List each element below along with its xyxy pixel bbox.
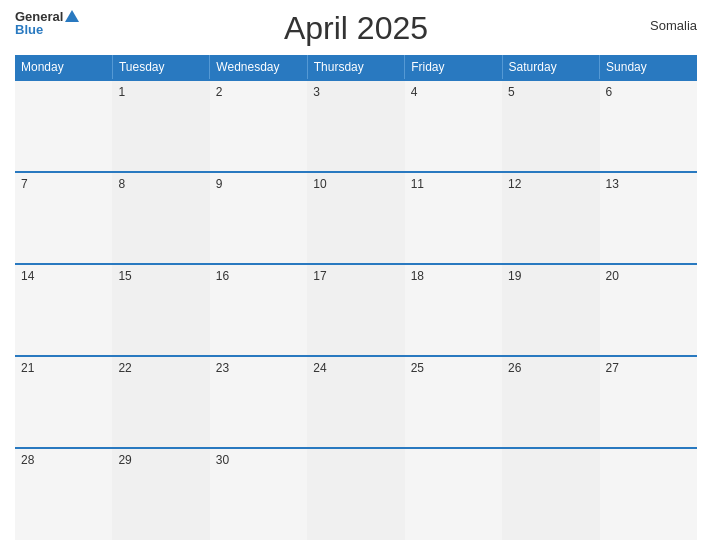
calendar-day-cell: 17: [307, 264, 404, 356]
day-number: 30: [216, 453, 229, 467]
calendar-day-cell: 20: [600, 264, 697, 356]
calendar-day-cell: 30: [210, 448, 307, 540]
calendar-day-cell: 1: [112, 80, 209, 172]
page-title: April 2025: [284, 10, 428, 47]
calendar-day-cell: [502, 448, 599, 540]
calendar-day-cell: 16: [210, 264, 307, 356]
calendar-week-row: 21222324252627: [15, 356, 697, 448]
header-tuesday: Tuesday: [112, 55, 209, 80]
header-sunday: Sunday: [600, 55, 697, 80]
weekday-header-row: Monday Tuesday Wednesday Thursday Friday…: [15, 55, 697, 80]
calendar-day-cell: 3: [307, 80, 404, 172]
day-number: 16: [216, 269, 229, 283]
day-number: 11: [411, 177, 424, 191]
day-number: 1: [118, 85, 125, 99]
day-number: 6: [606, 85, 613, 99]
day-number: 5: [508, 85, 515, 99]
calendar-day-cell: 6: [600, 80, 697, 172]
day-number: 3: [313, 85, 320, 99]
calendar-day-cell: 14: [15, 264, 112, 356]
day-number: 22: [118, 361, 131, 375]
calendar-day-cell: 21: [15, 356, 112, 448]
day-number: 25: [411, 361, 424, 375]
day-number: 21: [21, 361, 34, 375]
calendar-day-cell: 26: [502, 356, 599, 448]
calendar-day-cell: 25: [405, 356, 502, 448]
calendar-week-row: 123456: [15, 80, 697, 172]
calendar-table: Monday Tuesday Wednesday Thursday Friday…: [15, 55, 697, 540]
calendar-day-cell: [600, 448, 697, 540]
day-number: 18: [411, 269, 424, 283]
calendar-day-cell: 22: [112, 356, 209, 448]
calendar-day-cell: 13: [600, 172, 697, 264]
calendar-day-cell: [405, 448, 502, 540]
day-number: 4: [411, 85, 418, 99]
calendar-week-row: 78910111213: [15, 172, 697, 264]
header-saturday: Saturday: [502, 55, 599, 80]
calendar-day-cell: 24: [307, 356, 404, 448]
calendar-day-cell: 28: [15, 448, 112, 540]
header-wednesday: Wednesday: [210, 55, 307, 80]
calendar-week-row: 282930: [15, 448, 697, 540]
header-friday: Friday: [405, 55, 502, 80]
day-number: 20: [606, 269, 619, 283]
calendar-day-cell: 15: [112, 264, 209, 356]
calendar-day-cell: 23: [210, 356, 307, 448]
calendar-day-cell: 8: [112, 172, 209, 264]
day-number: 29: [118, 453, 131, 467]
calendar-day-cell: 29: [112, 448, 209, 540]
day-number: 14: [21, 269, 34, 283]
calendar-day-cell: 11: [405, 172, 502, 264]
day-number: 28: [21, 453, 34, 467]
day-number: 7: [21, 177, 28, 191]
logo-triangle-icon: [65, 10, 79, 22]
day-number: 9: [216, 177, 223, 191]
calendar-day-cell: 2: [210, 80, 307, 172]
day-number: 26: [508, 361, 521, 375]
calendar-week-row: 14151617181920: [15, 264, 697, 356]
logo-blue-text: Blue: [15, 23, 79, 36]
calendar-day-cell: 7: [15, 172, 112, 264]
calendar-day-cell: 4: [405, 80, 502, 172]
calendar-day-cell: 19: [502, 264, 599, 356]
day-number: 19: [508, 269, 521, 283]
day-number: 8: [118, 177, 125, 191]
day-number: 27: [606, 361, 619, 375]
header-monday: Monday: [15, 55, 112, 80]
day-number: 13: [606, 177, 619, 191]
calendar-day-cell: [307, 448, 404, 540]
header-thursday: Thursday: [307, 55, 404, 80]
calendar-day-cell: 27: [600, 356, 697, 448]
day-number: 15: [118, 269, 131, 283]
day-number: 17: [313, 269, 326, 283]
calendar-day-cell: 18: [405, 264, 502, 356]
day-number: 10: [313, 177, 326, 191]
day-number: 2: [216, 85, 223, 99]
calendar-day-cell: 5: [502, 80, 599, 172]
page: General Blue April 2025 Somalia Monday T…: [0, 0, 712, 550]
calendar-day-cell: 10: [307, 172, 404, 264]
calendar-day-cell: 9: [210, 172, 307, 264]
day-number: 12: [508, 177, 521, 191]
logo: General Blue: [15, 10, 79, 36]
calendar-day-cell: 12: [502, 172, 599, 264]
calendar-day-cell: [15, 80, 112, 172]
day-number: 24: [313, 361, 326, 375]
day-number: 23: [216, 361, 229, 375]
header: General Blue April 2025 Somalia: [15, 10, 697, 47]
country-label: Somalia: [650, 18, 697, 33]
